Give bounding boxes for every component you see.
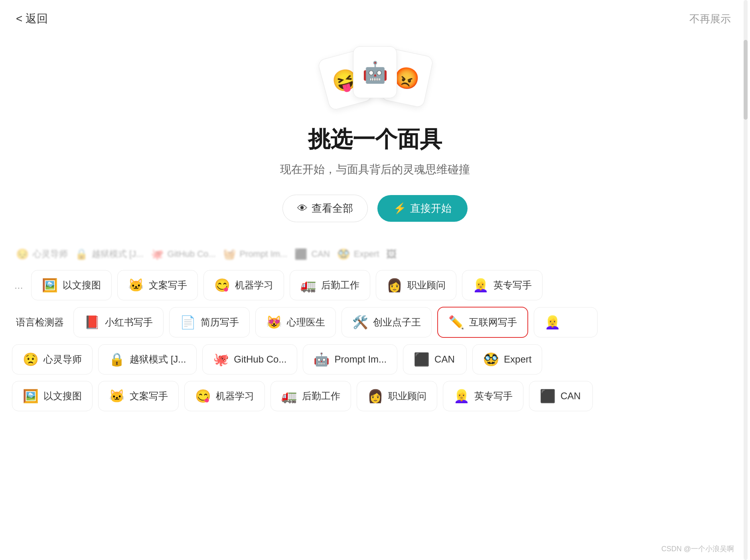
mask-card[interactable]: 🖼️以文搜图 bbox=[12, 381, 93, 411]
lightning-icon: ⚡ bbox=[393, 202, 406, 215]
mask-card-label: 互联网写手 bbox=[469, 316, 517, 329]
mask-card-label: 以文搜图 bbox=[63, 279, 101, 292]
hero-title: 挑选一个面具 bbox=[308, 124, 442, 155]
hero-subtitle: 现在开始，与面具背后的灵魂思维碰撞 bbox=[280, 162, 470, 177]
blurred-item-label: GitHub Co... bbox=[168, 249, 216, 259]
blurred-item-label: Expert bbox=[354, 249, 379, 259]
mask-card[interactable]: 👱‍♀️英专写手 bbox=[443, 381, 523, 411]
mask-card-icon: 😟 bbox=[23, 352, 39, 367]
mask-card-label: 文案写手 bbox=[130, 390, 168, 402]
mask-card-icon: 👱‍♀️ bbox=[545, 315, 561, 330]
mask-card[interactable]: 😋机器学习 bbox=[203, 270, 284, 300]
mask-card-icon: 🐙 bbox=[213, 352, 229, 367]
mask-card[interactable]: 🐙GitHub Co... bbox=[202, 344, 297, 375]
mask-card[interactable]: 🥸Expert bbox=[472, 344, 542, 375]
mask-card[interactable]: ⬛CAN bbox=[403, 344, 467, 375]
mask-card[interactable]: 🚛后勤工作 bbox=[270, 381, 351, 411]
mask-card-icon: 🐱 bbox=[128, 278, 144, 293]
blurred-item: 🐙GitHub Co... bbox=[151, 248, 216, 260]
mask-card-icon: 😋 bbox=[195, 388, 211, 404]
scrollbar[interactable] bbox=[744, 0, 748, 560]
mask-card-icon: 🚛 bbox=[281, 388, 297, 404]
attribution: CSDN @一个小浪吴啊 bbox=[661, 544, 734, 554]
mask-card[interactable]: 😟心灵导师 bbox=[12, 344, 93, 375]
mask-card-icon: 🐱 bbox=[109, 388, 125, 404]
blurred-item-label: CAN bbox=[311, 249, 330, 259]
mask-row-3: 😟心灵导师🔒越狱模式 [J...🐙GitHub Co...🤖Prompt Im.… bbox=[12, 344, 738, 375]
blurred-item-icon: 🖼 bbox=[386, 248, 397, 260]
mask-card[interactable]: 🐱文案写手 bbox=[117, 270, 198, 300]
back-button[interactable]: < 返回 bbox=[16, 11, 48, 26]
row1-dots: ... bbox=[12, 272, 26, 299]
mask-card[interactable]: ⬛CAN bbox=[529, 381, 593, 411]
mask-card-icon: 🤖 bbox=[314, 352, 330, 367]
mask-card[interactable]: 👱‍♀️ bbox=[534, 307, 598, 337]
rows-container: ... 🖼️以文搜图🐱文案写手😋机器学习🚛后勤工作👩职业顾问👱‍♀️英专写手 语… bbox=[0, 270, 750, 411]
mask-card-label: Prompt Im... bbox=[334, 354, 387, 365]
blurred-item: 🧺Prompt Im... bbox=[223, 248, 288, 260]
mask-card-label: 文案写手 bbox=[149, 279, 187, 292]
mask-card-label: 小红书写手 bbox=[105, 316, 153, 329]
mask-card-highlighted[interactable]: ✏️互联网写手 bbox=[437, 307, 528, 338]
mask-card-icon: 👩 bbox=[387, 278, 403, 293]
mask-card-icon: 👱‍♀️ bbox=[473, 278, 489, 293]
mask-card-icon: 🖼️ bbox=[23, 388, 39, 404]
mask-card[interactable]: 🔒越狱模式 [J... bbox=[98, 344, 197, 375]
mask-card-icon: 🛠️ bbox=[352, 315, 368, 330]
scrollbar-thumb[interactable] bbox=[744, 40, 748, 120]
blurred-item-icon: ⬛ bbox=[294, 248, 307, 260]
mask-card-label: Expert bbox=[504, 354, 531, 365]
mask-card[interactable]: 📕小红书写手 bbox=[73, 307, 164, 337]
blurred-item-icon: 😔 bbox=[16, 248, 29, 260]
blurred-item: 🖼 bbox=[386, 248, 401, 260]
mask-card[interactable]: 👩职业顾问 bbox=[357, 381, 437, 411]
blurred-item: 🥸Expert bbox=[337, 248, 379, 260]
blurred-item-icon: 🥸 bbox=[337, 248, 350, 260]
mask-card-label: CAN bbox=[561, 390, 581, 402]
mask-card-icon: ⬛ bbox=[414, 352, 430, 367]
mask-card-label: 英专写手 bbox=[493, 279, 532, 292]
mask-card-label: CAN bbox=[434, 354, 455, 365]
start-label: 直接开始 bbox=[410, 201, 452, 215]
blurred-item-icon: 🔒 bbox=[75, 248, 88, 260]
mask-card[interactable]: 🐱文案写手 bbox=[98, 381, 179, 411]
mask-card-label: GitHub Co... bbox=[234, 354, 286, 365]
no-show-button[interactable]: 不再展示 bbox=[689, 12, 731, 26]
row2-edge: 语言检测器 bbox=[12, 309, 68, 336]
mask-card-label: 职业顾问 bbox=[407, 279, 446, 292]
top-nav: < 返回 不再展示 bbox=[0, 0, 750, 34]
mask-card-icon: 😻 bbox=[266, 315, 282, 330]
mask-card[interactable]: 🛠️创业点子王 bbox=[341, 307, 432, 337]
mask-card[interactable]: 👱‍♀️英专写手 bbox=[462, 270, 543, 300]
mask-card[interactable]: 👩职业顾问 bbox=[376, 270, 456, 300]
blurred-item-icon: 🧺 bbox=[223, 248, 236, 260]
back-label: < 返回 bbox=[16, 11, 48, 26]
blurred-item-label: 越狱模式 [J... bbox=[92, 248, 144, 260]
hero-buttons: 👁 查看全部 ⚡ 直接开始 bbox=[282, 195, 468, 222]
view-all-button[interactable]: 👁 查看全部 bbox=[282, 195, 368, 222]
mask-card-icon: ⬛ bbox=[540, 388, 556, 404]
mask-card-icon: 📄 bbox=[180, 315, 196, 330]
mask-card[interactable]: 😋机器学习 bbox=[184, 381, 265, 411]
mask-card-label: 简历写手 bbox=[201, 316, 239, 329]
no-show-label: 不再展示 bbox=[689, 13, 731, 25]
mask-card-icon: 👩 bbox=[367, 388, 383, 404]
blurred-item: 🔒越狱模式 [J... bbox=[75, 248, 144, 260]
mask-card[interactable]: 😻心理医生 bbox=[255, 307, 336, 337]
blurred-item: 😔心灵导师 bbox=[16, 248, 68, 260]
mask-card-icon: 🔒 bbox=[109, 352, 125, 367]
mask-card-label: 职业顾问 bbox=[388, 390, 426, 402]
mask-card[interactable]: 📄简历写手 bbox=[169, 307, 250, 337]
mask-card-icon: 😋 bbox=[214, 278, 230, 293]
mask-card[interactable]: 🚛后勤工作 bbox=[290, 270, 370, 300]
mask-card[interactable]: 🤖Prompt Im... bbox=[303, 344, 397, 375]
start-button[interactable]: ⚡ 直接开始 bbox=[377, 195, 468, 222]
blurred-item-icon: 🐙 bbox=[151, 248, 164, 260]
mask-row-4: 🖼️以文搜图🐱文案写手😋机器学习🚛后勤工作👩职业顾问👱‍♀️英专写手⬛CAN bbox=[12, 381, 738, 411]
mask-card-icon: 👱‍♀️ bbox=[454, 388, 470, 404]
mask-card-label: 后勤工作 bbox=[321, 279, 359, 292]
mask-card-icon: 🥸 bbox=[483, 352, 499, 367]
mask-card-label: 以文搜图 bbox=[43, 390, 82, 402]
mask-card-label: 机器学习 bbox=[216, 390, 254, 402]
mask-card[interactable]: 🖼️以文搜图 bbox=[31, 270, 112, 300]
